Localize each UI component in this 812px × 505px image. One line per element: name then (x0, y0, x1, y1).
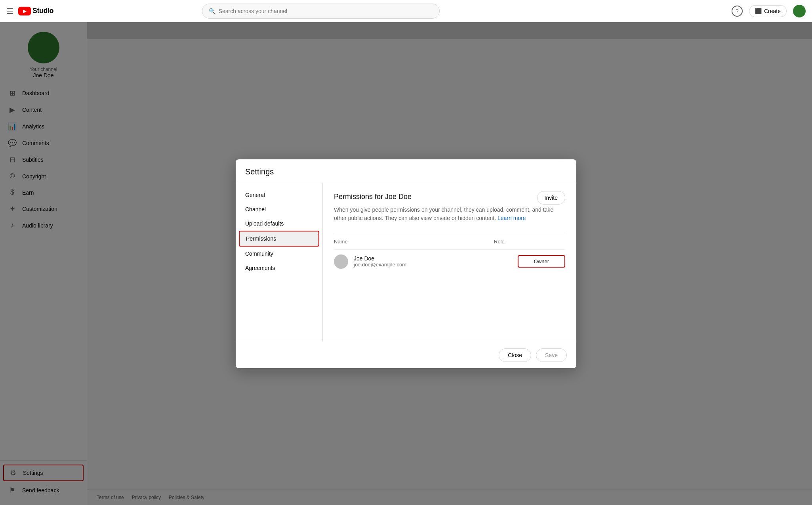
yt-logo: Studio (18, 7, 53, 15)
top-nav: ☰ Studio 🔍 ? ⬛ Create (0, 0, 812, 22)
search-bar[interactable]: 🔍 (202, 4, 440, 19)
nav-right: ? ⬛ Create (732, 5, 806, 17)
help-icon[interactable]: ? (732, 6, 743, 17)
studio-text: Studio (32, 7, 53, 15)
search-input[interactable] (219, 8, 433, 14)
search-icon: 🔍 (209, 8, 215, 14)
hamburger-icon[interactable]: ☰ (6, 6, 13, 16)
create-plus-icon: ⬛ (755, 8, 762, 14)
avatar[interactable] (793, 5, 806, 17)
nav-left: ☰ Studio (6, 6, 53, 16)
youtube-icon (18, 7, 31, 15)
modal-overlay[interactable]: Settings General Channel Upload defaults… (0, 22, 812, 39)
create-label: Create (764, 8, 781, 14)
create-button[interactable]: ⬛ Create (749, 5, 787, 17)
